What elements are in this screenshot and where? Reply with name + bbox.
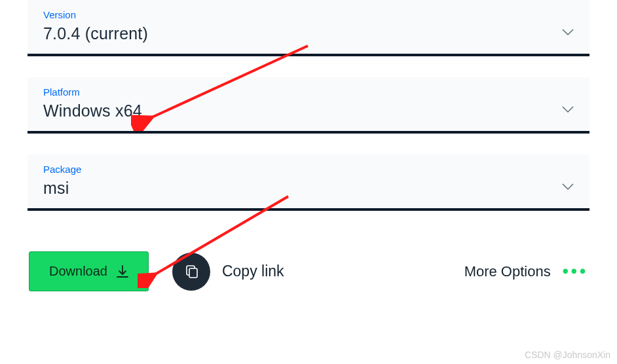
chevron-down-icon (562, 29, 574, 36)
platform-value: Windows x64 (43, 101, 142, 120)
download-button-label: Download (49, 264, 107, 279)
version-label: Version (43, 9, 148, 20)
package-label: Package (43, 164, 81, 175)
copy-link-label: Copy link (222, 263, 284, 280)
divider (28, 208, 589, 211)
download-icon (117, 265, 128, 278)
more-options-button[interactable]: More Options ••• (464, 261, 588, 282)
more-options-label: More Options (464, 263, 551, 280)
watermark: CSDN @JohnsonXin (525, 350, 610, 360)
actions-row: Download Copy link More Options ••• (28, 251, 589, 291)
version-value: 7.0.4 (current) (43, 24, 148, 43)
more-icon: ••• (563, 261, 588, 282)
platform-label: Platform (43, 86, 142, 98)
svg-rect-1 (189, 268, 197, 278)
divider (28, 54, 589, 56)
platform-select[interactable]: Platform Windows x64 (28, 77, 589, 131)
download-button[interactable]: Download (29, 251, 149, 291)
copy-link-button[interactable]: Copy link (172, 253, 284, 291)
chevron-down-icon (562, 106, 574, 113)
package-select[interactable]: Package msi (28, 155, 589, 208)
version-select[interactable]: Version 7.0.4 (current) (28, 0, 589, 54)
copy-icon (172, 253, 210, 291)
divider (28, 131, 589, 134)
package-value: msi (43, 179, 81, 198)
chevron-down-icon (562, 183, 574, 191)
